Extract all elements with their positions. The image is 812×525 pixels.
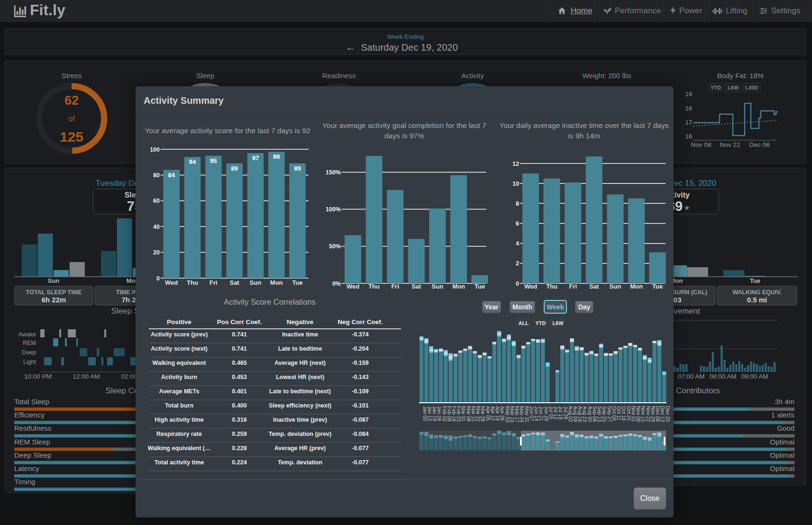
svg-text:Temp. deviation (prev): Temp. deviation (prev) [269, 431, 331, 437]
svg-text:6h 22m: 6h 22m [42, 296, 66, 304]
svg-text:Stress: Stress [62, 72, 82, 80]
svg-text:-0.077: -0.077 [352, 445, 368, 452]
svg-text:Jan 12: Jan 12 [427, 406, 433, 421]
svg-text:Nov 01: Nov 01 [631, 406, 637, 422]
svg-text:REM Sleep: REM Sleep [14, 438, 50, 446]
svg-text:Optimal: Optimal [770, 438, 794, 446]
svg-text:-0.109: -0.109 [352, 388, 368, 395]
svg-text:Fri: Fri [391, 283, 399, 290]
svg-text:Optimal: Optimal [770, 464, 794, 472]
svg-text:18: 18 [685, 105, 692, 112]
svg-text:Fri: Fri [210, 279, 218, 286]
svg-text:10:00 PM: 10:00 PM [24, 373, 52, 380]
svg-text:Aug 02: Aug 02 [568, 406, 574, 422]
svg-text:Sep 13: Sep 13 [597, 406, 602, 422]
svg-text:Total Sleep: Total Sleep [14, 398, 49, 406]
svg-text:Fri: Fri [569, 283, 577, 290]
svg-text:Activity Score Correlations: Activity Score Correlations [224, 298, 315, 306]
svg-text:Dec 06: Dec 06 [655, 406, 661, 422]
svg-text:Activity: Activity [461, 72, 484, 80]
svg-text:Latency: Latency [14, 464, 39, 472]
svg-text:Jun 07: Jun 07 [529, 406, 535, 421]
svg-text:WALKING EQUIV.: WALKING EQUIV. [732, 289, 782, 296]
svg-text:Apr 26: Apr 26 [500, 406, 505, 421]
svg-text:Feb 23: Feb 23 [456, 406, 462, 422]
svg-text:Mon: Mon [630, 283, 643, 290]
svg-text:0.741: 0.741 [232, 345, 246, 352]
svg-text:Late to bedtime (next): Late to bedtime (next) [269, 388, 331, 395]
svg-text:Deep Sleep: Deep Sleep [14, 451, 51, 459]
svg-text:Feb 02: Feb 02 [442, 406, 447, 422]
svg-text:0%: 0% [332, 281, 341, 287]
svg-text:days is 97%: days is 97% [384, 132, 424, 140]
svg-text:89: 89 [231, 165, 237, 172]
svg-text:2: 2 [516, 260, 519, 267]
svg-text:Nov 22: Nov 22 [646, 406, 651, 422]
svg-text:95: 95 [210, 157, 217, 164]
svg-text:Mon: Mon [452, 283, 465, 290]
svg-text:60: 60 [153, 198, 160, 204]
svg-text:Negative: Negative [287, 318, 314, 326]
svg-text:Light: Light [23, 359, 36, 365]
svg-text:Jul 12: Jul 12 [553, 406, 559, 419]
svg-text:Wed: Wed [347, 283, 359, 290]
svg-text:REM: REM [23, 340, 36, 346]
svg-text:Sat: Sat [411, 283, 421, 290]
svg-text:Jan 19: Jan 19 [432, 406, 438, 421]
svg-text:84: 84 [168, 172, 175, 179]
svg-text:Sun: Sun [432, 283, 444, 290]
svg-text:Activity burn: Activity burn [161, 374, 197, 380]
svg-text:12:00 AM: 12:00 AM [73, 373, 100, 380]
svg-text:Aug 16: Aug 16 [577, 406, 583, 422]
svg-text:Wed: Wed [165, 279, 178, 286]
svg-text:-0.204: -0.204 [352, 345, 368, 352]
svg-text:Oct 18: Oct 18 [621, 406, 627, 421]
svg-text:Body Fat: 18%: Body Fat: 18% [717, 72, 764, 80]
svg-text:80: 80 [153, 172, 160, 179]
svg-text:Jul 05: Jul 05 [548, 406, 554, 419]
svg-text:Thu: Thu [546, 283, 557, 290]
svg-text:Sleep: Sleep [196, 72, 214, 80]
svg-text:Total activity time: Total activity time [155, 459, 204, 466]
svg-text:6: 6 [516, 220, 519, 227]
svg-text:May 10: May 10 [510, 406, 515, 423]
svg-text:Optimal: Optimal [770, 451, 794, 459]
svg-text:Awake: Awake [18, 331, 36, 338]
svg-text:19: 19 [685, 91, 692, 98]
svg-text:High activity time: High activity time [155, 416, 204, 423]
svg-text:Total burn: Total burn [165, 402, 193, 409]
svg-text:40: 40 [153, 224, 160, 230]
svg-text:Walking equivalent (…: Walking equivalent (… [148, 445, 211, 452]
svg-text:Mar 22: Mar 22 [475, 406, 481, 422]
svg-text:Sat: Sat [229, 279, 239, 286]
svg-text:-0.084: -0.084 [352, 431, 368, 437]
svg-text:May 17: May 17 [514, 406, 520, 423]
svg-text:3h 4m: 3h 4m [775, 398, 794, 406]
svg-text:10: 10 [512, 181, 519, 187]
svg-text:Nov 08: Nov 08 [691, 141, 712, 148]
svg-text:Weight: 200 lbs: Weight: 200 lbs [582, 72, 631, 80]
svg-text:Nov 15: Nov 15 [640, 406, 646, 422]
svg-text:Walking equivalent: Walking equivalent [153, 360, 207, 366]
svg-text:is 9h 14m: is 9h 14m [568, 132, 600, 140]
svg-text:Sat: Sat [589, 283, 599, 290]
svg-text:Your average activity score fo: Your average activity score for the last… [145, 127, 310, 135]
svg-text:100%: 100% [326, 206, 341, 213]
svg-text:Apr 12: Apr 12 [490, 406, 496, 421]
svg-text:★: ★ [684, 204, 690, 211]
svg-text:0.316: 0.316 [232, 416, 246, 423]
svg-text:0.741: 0.741 [232, 331, 246, 338]
svg-text:Inactive time: Inactive time [282, 331, 318, 338]
svg-text:0.259: 0.259 [232, 431, 246, 437]
svg-text:Sun: Sun [48, 277, 60, 284]
svg-text:May 24: May 24 [519, 406, 525, 423]
svg-text:20: 20 [153, 249, 160, 256]
svg-text:1 alerts: 1 alerts [771, 411, 794, 419]
svg-text:L6W: L6W [728, 85, 739, 91]
svg-text:Average HR (prev): Average HR (prev) [274, 445, 326, 452]
svg-text:Mar 01: Mar 01 [461, 406, 466, 422]
svg-text:Sep 27: Sep 27 [607, 406, 612, 422]
svg-text:Good: Good [777, 424, 794, 432]
svg-text:Dec 13: Dec 13 [660, 406, 666, 422]
svg-text:0: 0 [156, 275, 160, 282]
